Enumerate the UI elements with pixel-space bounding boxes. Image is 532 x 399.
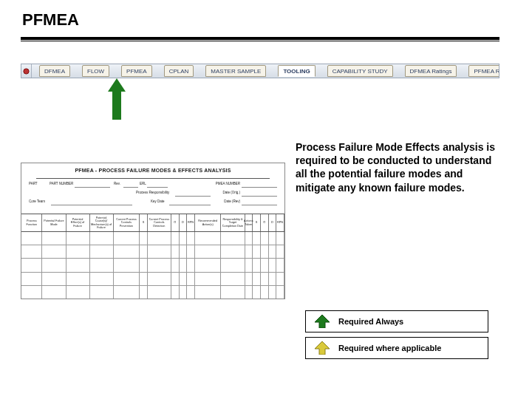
- tab-dfmea[interactable]: DFMEA: [39, 65, 70, 77]
- col-failure-mode: Potential Failure Mode: [42, 214, 66, 231]
- table-row: [21, 286, 284, 299]
- col-rpn2: RPN: [276, 214, 284, 231]
- col-o: O: [171, 214, 180, 231]
- table-row: [21, 273, 284, 286]
- svg-marker-1: [315, 315, 330, 328]
- col-rpn: RPN: [187, 214, 195, 231]
- arrow-up-yellow-icon: [313, 341, 331, 355]
- tab-dfmea-ratings[interactable]: DFMEA Ratings: [405, 65, 457, 77]
- col-controls-det: Current Process Controls Detection: [148, 214, 171, 231]
- lbl-process-resp: Process Responsibility: [136, 191, 169, 194]
- lbl-erl: ERL: [140, 182, 146, 185]
- arrow-up-green-icon: [313, 315, 331, 328]
- lbl-pmea-number: PMEA NUMBER: [216, 182, 240, 185]
- tab-flow[interactable]: FLOW: [82, 65, 109, 77]
- tab-master-sample[interactable]: MASTER SAMPLE: [205, 65, 266, 77]
- lbl-rev: Rev.: [114, 182, 120, 185]
- col-causes: Potential Cause(s)/ Mechanism(s) of Fail…: [90, 214, 114, 231]
- lbl-date-orig: Date (Orig.): [222, 191, 240, 194]
- worksheet-tab-strip: DFMEA FLOW PFMEA CPLAN MASTER SAMPLE TOO…: [21, 64, 499, 78]
- col-controls-prev: Current Process Controls Prevention: [114, 214, 140, 231]
- title-rule: [21, 37, 499, 41]
- legend: Required Always Required where applicabl…: [305, 310, 488, 364]
- legend-required-where-applicable: Required where applicable: [305, 337, 488, 359]
- description-text: Process Failure Mode Effects analysis is…: [296, 140, 502, 194]
- lbl-core-team: Core Team: [29, 200, 45, 203]
- tab-cplan[interactable]: CPLAN: [164, 65, 194, 77]
- col-o2: O: [261, 214, 269, 231]
- col-process-function: Process Function: [21, 214, 42, 231]
- col-responsibility: Responsibility & Target Completion Date: [221, 214, 245, 231]
- col-s2: S: [253, 214, 261, 231]
- col-effects: Potential Effect(s) of Failure: [66, 214, 90, 231]
- pfmea-form-preview: PFMEA - PROCESS FAILURE MODES & EFFECTS …: [21, 163, 285, 299]
- lbl-part-number: PART NUMBER: [50, 182, 73, 185]
- col-s: S: [140, 214, 148, 231]
- col-d2: D: [269, 214, 277, 231]
- table-row: [21, 259, 284, 272]
- tab-capability-study[interactable]: CAPABILITY STUDY: [327, 65, 393, 77]
- legend-always-label: Required Always: [338, 317, 403, 326]
- legend-required-always: Required Always: [305, 310, 488, 332]
- pfmea-grid: Process Function Potential Failure Mode …: [21, 214, 284, 299]
- tab-pfmea-ratings[interactable]: PFMEA Ratings: [468, 65, 499, 77]
- col-actions-taken: Actions Taken: [245, 214, 253, 231]
- col-recommended: Recommended Action(s): [195, 214, 222, 231]
- grid-body: [21, 232, 284, 299]
- record-nav-icon[interactable]: [21, 64, 32, 78]
- lbl-part: PART: [29, 182, 38, 185]
- grid-header-row: Process Function Potential Failure Mode …: [21, 214, 284, 232]
- tab-pfmea[interactable]: PFMEA: [121, 65, 152, 77]
- svg-marker-2: [315, 341, 330, 355]
- form-header-block: PART PART NUMBER Rev. ERL PMEA NUMBER Pr…: [29, 182, 277, 211]
- callout-arrow-icon: [108, 78, 126, 92]
- form-title: PFMEA - PROCESS FAILURE MODES & EFFECTS …: [21, 168, 284, 173]
- lbl-key-date: Key Date: [151, 200, 165, 203]
- legend-applicable-label: Required where applicable: [338, 344, 441, 352]
- svg-point-0: [24, 68, 29, 73]
- col-d: D: [180, 214, 188, 231]
- page-title: PFMEA: [22, 10, 79, 30]
- lbl-date-rev: Date (Rev): [224, 200, 240, 203]
- tab-tooling[interactable]: TOOLING: [278, 65, 315, 77]
- table-row: [21, 232, 284, 245]
- table-row: [21, 245, 284, 259]
- tab-row: DFMEA FLOW PFMEA CPLAN MASTER SAMPLE TOO…: [32, 64, 499, 78]
